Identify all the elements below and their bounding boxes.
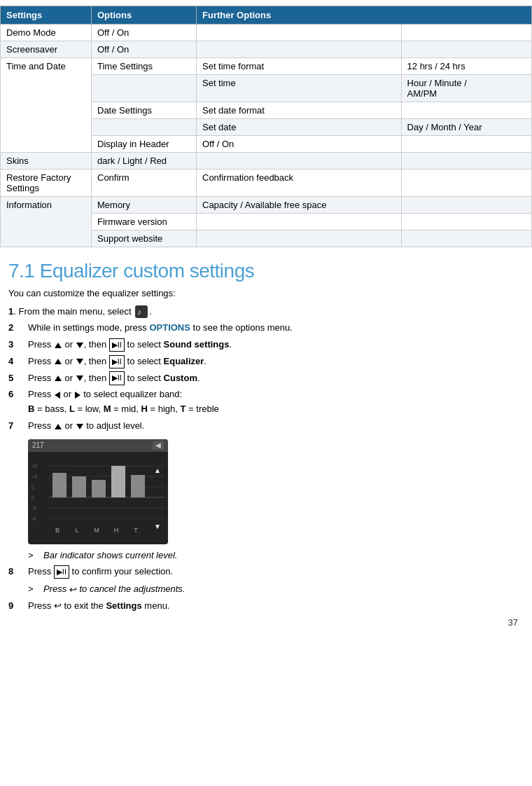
further1-cell: Confirmation feedback bbox=[197, 170, 402, 197]
equalizer-label: Equalizer bbox=[164, 356, 204, 366]
further2-cell bbox=[401, 41, 531, 58]
svg-text:M: M bbox=[94, 527, 99, 534]
intro-text: You can customize the equalizer settings… bbox=[8, 287, 524, 301]
option-cell: Memory bbox=[92, 197, 197, 214]
tri-up-icon bbox=[55, 359, 62, 364]
further2-cell: Hour / Minute /AM/PM bbox=[401, 75, 531, 102]
table-row: Screensaver Off / On bbox=[1, 41, 532, 58]
step-9-content: Press ↩ to exit the Settings menu. bbox=[28, 599, 524, 614]
tri-up-icon bbox=[55, 375, 62, 381]
svg-text:▲: ▲ bbox=[154, 467, 161, 474]
option-cell: Confirm bbox=[92, 170, 197, 197]
eq-badge: ◀ bbox=[153, 441, 164, 450]
further2-cell bbox=[401, 214, 531, 230]
setting-cell: Time and Date bbox=[1, 58, 92, 153]
step-7-num: 7 bbox=[8, 419, 28, 434]
table-row: Time and Date Time Settings Set time for… bbox=[1, 58, 532, 75]
step-8-num: 8 bbox=[8, 565, 28, 579]
gt-symbol: > bbox=[28, 584, 38, 594]
option-cell: dark / Light / Red bbox=[92, 153, 197, 170]
band-h: H bbox=[141, 404, 148, 414]
further2-cell bbox=[401, 153, 531, 170]
tri-right-icon bbox=[75, 392, 80, 399]
step-1-content: 1. From the main menu, select . bbox=[8, 305, 524, 319]
step-7-content: Press or to adjust level. bbox=[28, 419, 524, 434]
eq-title: 217 bbox=[32, 441, 44, 449]
step-4-content: Press or , then ▶II to select Equalizer. bbox=[28, 354, 524, 369]
svg-text:+5: +5 bbox=[31, 464, 37, 469]
further1-cell bbox=[197, 214, 402, 230]
settings-table: Settings Options Further Options Demo Mo… bbox=[0, 6, 532, 247]
table-row: Restore FactorySettings Confirm Confirma… bbox=[1, 170, 532, 197]
section-title: 7.1 Equalizer custom settings bbox=[8, 260, 524, 282]
step-4-num: 4 bbox=[8, 354, 28, 369]
further2-cell bbox=[401, 136, 531, 153]
tri-down-icon bbox=[76, 359, 83, 364]
svg-text:-5: -5 bbox=[31, 516, 36, 521]
svg-text:0: 0 bbox=[31, 485, 34, 490]
option-cell bbox=[92, 119, 197, 136]
further2-cell: Day / Month / Year bbox=[401, 119, 531, 136]
play-pause-icon: ▶II bbox=[109, 338, 125, 352]
option-cell: Off / On bbox=[92, 25, 197, 41]
further1-cell: Set time bbox=[197, 75, 402, 102]
step-6-content: Press or to select equalizer band: B = b… bbox=[28, 387, 524, 417]
svg-text:T: T bbox=[134, 527, 138, 534]
further2-cell bbox=[401, 197, 531, 214]
step-7-note: > Bar indicator shows current level. bbox=[28, 550, 524, 560]
tri-up-icon bbox=[55, 343, 62, 348]
table-row: Information Memory Capacity / Available … bbox=[1, 197, 532, 214]
step-1-num: 1 bbox=[8, 306, 13, 317]
svg-rect-14 bbox=[92, 480, 106, 497]
further1-cell bbox=[197, 230, 402, 247]
svg-rect-13 bbox=[72, 476, 86, 497]
option-cell: Time Settings bbox=[92, 58, 197, 75]
tri-down-icon bbox=[76, 424, 83, 429]
bar-indicator-note: Bar indicator shows current level. bbox=[43, 550, 177, 560]
step-5-content: Press or , then ▶II to select Custom. bbox=[28, 371, 524, 386]
step-2-content: While in settings mode, press OPTIONS to… bbox=[28, 321, 524, 336]
gt-symbol: > bbox=[28, 550, 38, 560]
step-1: 1. From the main menu, select . bbox=[8, 305, 524, 319]
step-5-num: 5 bbox=[8, 371, 28, 386]
further2-cell bbox=[401, 170, 531, 197]
cancel-note: Press ↩ to cancel the adjustments. bbox=[43, 584, 186, 595]
step-8-container: 8 Press ▶II to confirm your selection. bbox=[8, 565, 524, 579]
step-9: 9 Press ↩ to exit the Settings menu. bbox=[8, 599, 524, 614]
eq-svg: +5 +3 0 0 -3 -5 B L M H T ▲ ▼ bbox=[28, 452, 168, 536]
band-l: L bbox=[69, 404, 75, 414]
music-icon bbox=[135, 305, 148, 318]
further2-cell: 12 hrs / 24 hrs bbox=[401, 58, 531, 75]
svg-text:L: L bbox=[75, 527, 78, 534]
col-header-settings: Settings bbox=[1, 6, 92, 25]
tri-up-icon bbox=[55, 424, 62, 429]
step-7: 7 Press or to adjust level. bbox=[8, 419, 524, 434]
further1-cell: Capacity / Available free space bbox=[197, 197, 402, 214]
setting-cell: Restore FactorySettings bbox=[1, 170, 92, 197]
further1-cell bbox=[197, 25, 402, 41]
option-cell: Display in Header bbox=[92, 136, 197, 153]
further1-cell: Off / On bbox=[197, 136, 402, 153]
table-row: Skins dark / Light / Red bbox=[1, 153, 532, 170]
option-cell: Firmware version bbox=[92, 214, 197, 230]
table-row: Demo Mode Off / On bbox=[1, 25, 532, 41]
option-cell: Off / On bbox=[92, 41, 197, 58]
custom-label: Custom bbox=[164, 373, 197, 383]
step-3-num: 3 bbox=[8, 338, 28, 352]
band-labels: B bbox=[28, 404, 34, 414]
setting-cell: Information bbox=[1, 197, 92, 247]
option-cell: Support website bbox=[92, 230, 197, 247]
svg-rect-16 bbox=[131, 475, 145, 497]
step-8-content: Press ▶II to confirm your selection. bbox=[28, 565, 524, 579]
svg-text:H: H bbox=[114, 527, 119, 534]
svg-text:0: 0 bbox=[31, 495, 34, 500]
svg-rect-15 bbox=[111, 466, 125, 497]
step-2: 2 While in settings mode, press OPTIONS … bbox=[8, 321, 524, 336]
options-keyword: OPTIONS bbox=[149, 322, 190, 333]
svg-text:-3: -3 bbox=[31, 506, 36, 511]
further1-cell: Set date format bbox=[197, 102, 402, 119]
band-m: M bbox=[104, 404, 111, 414]
step-8-note: > Press ↩ to cancel the adjustments. bbox=[28, 584, 524, 595]
back-icon: ↩ bbox=[69, 584, 77, 595]
svg-text:B: B bbox=[55, 527, 59, 534]
